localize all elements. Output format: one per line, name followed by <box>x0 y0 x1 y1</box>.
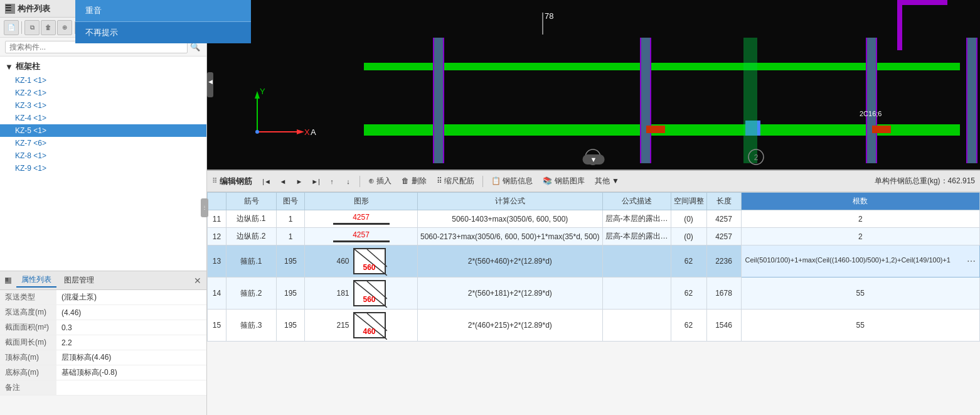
prop-val-section-area[interactable]: 0.3 <box>56 320 206 335</box>
svg-text:2: 2 <box>754 153 759 162</box>
copy-button[interactable]: ⧉ <box>24 20 40 35</box>
scale-config-button[interactable]: ⠿ 缩尺配筋 <box>433 175 478 188</box>
delete-rebar-button[interactable]: 🗑 删除 <box>398 175 430 188</box>
table-row: 14 箍筋.2 195 181 560 <box>208 278 980 310</box>
cell-shape: 215 460 <box>305 310 418 342</box>
cell-jinhao: 箍筋.3 <box>226 310 277 342</box>
prop-key-top-elev: 顶标高(m) <box>0 350 56 365</box>
rebar-info-button[interactable]: 📋 钢筋信息 <box>487 175 536 188</box>
cell-formula: 2*(560+460)+2*(12.89*d) <box>418 245 603 278</box>
left-panel: ☰ 构件列表 📄 ⧉ 🗑 ⊕ ▶▶ 🔍 ▼ 框架柱 KZ-1 <1> KZ-2 … <box>0 0 207 415</box>
cell-tuhao: 1 <box>277 228 305 245</box>
rebar-table: 筋号 图号 图形 计算公式 公式描述 空间调整 长度 根数 11 边纵筋.1 1 <box>207 192 980 342</box>
formula-dots-button[interactable]: ⋯ <box>967 256 976 266</box>
cell-length: 4257 <box>706 228 741 245</box>
panel-resize-handle[interactable]: ⋮ <box>201 198 208 217</box>
cell-tuhao: 195 <box>277 278 305 310</box>
col-header-adj: 空间调整 <box>671 193 706 210</box>
col-header-tuhao: 图号 <box>277 193 305 210</box>
cell-formula: 2*(560+181)+2*(12.89*d) <box>418 278 603 310</box>
cell-genshu: 2 <box>741 210 979 228</box>
other-button[interactable]: 其他 ▼ <box>591 175 623 188</box>
cell-jinhao: 箍筋.2 <box>226 278 277 310</box>
tree-item-kz4[interactable]: KZ-4 <1> <box>0 112 206 124</box>
rebar-toolbar: ⠿ 编辑钢筋 |◄ ◄ ► ►| ↑ ↓ ⊕ 插入 🗑 删除 ⠿ 缩尺配筋 📋 … <box>207 171 980 192</box>
canvas-collapse-arrow[interactable]: ▼ <box>583 154 605 164</box>
cell-jinhao: 箍筋.1 <box>226 245 277 278</box>
prop-key-section-perimeter: 截面周长(m) <box>0 335 56 350</box>
prop-val-section-perimeter[interactable]: 2.2 <box>56 335 206 350</box>
rebar-panel-label: 编辑钢筋 <box>220 176 252 187</box>
tree-item-kz7[interactable]: KZ-7 <6> <box>0 137 206 149</box>
nav-up-button[interactable]: ↑ <box>325 175 339 188</box>
tree-collapse-icon: ▼ <box>5 62 13 72</box>
nav-down-button[interactable]: ↓ <box>341 175 355 188</box>
cell-shape: 4257 <box>305 210 418 228</box>
nav-last-button[interactable]: ►| <box>309 175 322 188</box>
tree-area: ▼ 框架柱 KZ-1 <1> KZ-2 <1> KZ-3 <1> KZ-4 <1… <box>0 57 206 271</box>
prop-key-pump-height: 泵送高度(m) <box>0 305 56 320</box>
col-header-jinhao: 筋号 <box>226 193 277 210</box>
prop-val-bot-elev[interactable]: 基础顶标高(-0.8) <box>56 365 206 380</box>
canvas-svg: Y X A <box>207 0 980 170</box>
svg-rect-33 <box>897 0 902 50</box>
tab-layers[interactable]: 图层管理 <box>59 274 99 287</box>
tab-properties[interactable]: 属性列表 <box>16 273 56 288</box>
cell-formula: 2*(460+215)+2*(12.89*d) <box>418 310 603 342</box>
cell-genshu: 55 <box>741 310 979 342</box>
cell-genshu: 2 <box>741 228 979 245</box>
tree-item-kz1[interactable]: KZ-1 <1> <box>0 74 206 87</box>
prop-val-pump-height[interactable]: (4.46) <box>56 305 206 320</box>
rebar-panel: ⠿ 编辑钢筋 |◄ ◄ ► ►| ↑ ↓ ⊕ 插入 🗑 删除 ⠿ 缩尺配筋 📋 … <box>207 170 980 415</box>
cell-tuhao: 195 <box>277 310 305 342</box>
tree-item-kz3[interactable]: KZ-3 <1> <box>0 99 206 112</box>
svg-rect-21 <box>646 126 665 133</box>
cell-formula-desc <box>602 245 671 278</box>
notification-dropdown: 重音 不再提示 <box>75 0 251 43</box>
cell-adj: (0) <box>671 210 706 228</box>
table-row-selected[interactable]: 13 箍筋.1 195 460 560 <box>208 245 980 278</box>
tree-item-kz5[interactable]: KZ-5 <1> <box>0 124 206 137</box>
col-header-rownum <box>208 193 226 210</box>
notif-item-2[interactable]: 不再提示 <box>75 22 251 43</box>
cell-adj: (0) <box>671 228 706 245</box>
prop-key-bot-elev: 底标高(m) <box>0 365 56 380</box>
tree-section-header-0[interactable]: ▼ 框架柱 <box>0 59 206 74</box>
cell-formula: 5060-2173+max(3050/6, 600, 500)+1*max(35… <box>418 228 603 245</box>
cell-jinhao: 边纵筋.1 <box>226 210 277 228</box>
tree-item-kz2[interactable]: KZ-2 <1> <box>0 87 206 99</box>
cell-length: 4257 <box>706 210 741 228</box>
insert-button[interactable]: ⊕ 插入 <box>365 175 395 188</box>
svg-point-7 <box>255 130 259 134</box>
prop-val-top-elev[interactable]: 层顶标高(4.46) <box>56 350 206 365</box>
duplicate-button[interactable]: ⊕ <box>57 20 72 35</box>
prop-val-remark[interactable] <box>56 380 206 396</box>
cell-formula-desc <box>602 310 671 342</box>
tree-item-kz8[interactable]: KZ-8 <1> <box>0 149 206 162</box>
cell-length: 1546 <box>706 310 741 342</box>
svg-rect-14 <box>641 38 650 163</box>
tree-item-kz9[interactable]: KZ-9 <1> <box>0 162 206 175</box>
nav-next-button[interactable]: ► <box>292 175 306 188</box>
genshu-formula-text: Ceil(5010/100)+1+max(Ceil((1460-100)/500… <box>745 256 962 264</box>
rebar-library-button[interactable]: 📚 钢筋图库 <box>539 175 588 188</box>
prop-val-pump-type[interactable]: (混凝土泵) <box>56 290 206 305</box>
bottom-left-panel: ⠿ 属性列表 图层管理 ✕ 泵送类型 (混凝土泵) 泵送高度(m) (4.46) <box>0 271 206 415</box>
new-button[interactable]: 📄 <box>4 20 19 35</box>
cell-formula-desc <box>602 278 671 310</box>
notif-item-1[interactable]: 重音 <box>75 0 251 22</box>
table-row: 12 边纵筋.2 1 4257 5060-2173+max(3050/6, 60… <box>208 228 980 245</box>
props-handle-icon: ⠿ <box>5 278 11 284</box>
nav-prev-button[interactable]: ◄ <box>276 175 290 188</box>
cell-genshu-formula[interactable]: Ceil(5010/100)+1+max(Ceil((1460-100)/500… <box>741 245 979 278</box>
close-bottom-left[interactable]: ✕ <box>194 276 201 286</box>
main-canvas[interactable]: Y X A <box>207 0 980 170</box>
svg-rect-0 <box>207 0 980 170</box>
nav-first-button[interactable]: |◄ <box>260 175 274 188</box>
cell-shape: 4257 <box>305 228 418 245</box>
col-header-genshu: 根数 <box>741 193 979 210</box>
properties-table: 泵送类型 (混凝土泵) 泵送高度(m) (4.46) 截面面积(m²) 0.3 … <box>0 290 206 396</box>
col-header-formula: 计算公式 <box>418 193 603 210</box>
delete-button[interactable]: 🗑 <box>41 20 56 35</box>
prop-key-remark: 备注 <box>0 380 56 396</box>
